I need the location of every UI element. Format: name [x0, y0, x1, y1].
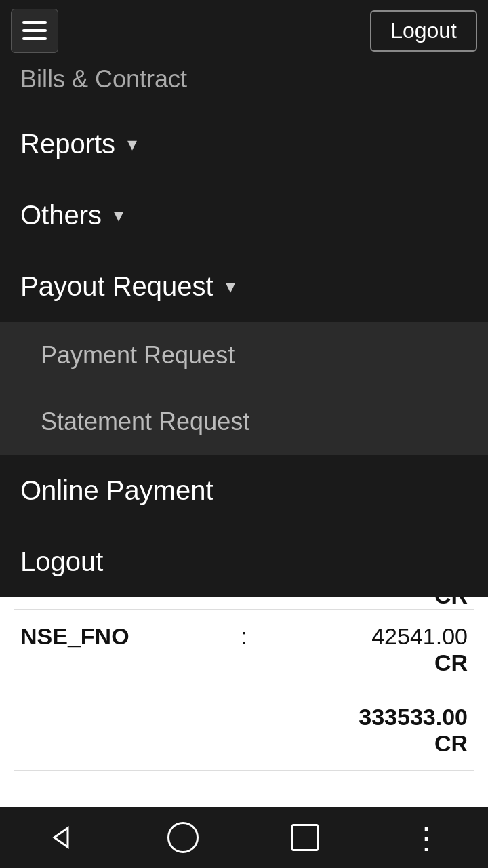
- sidebar-item-others[interactable]: Others ▾: [0, 180, 488, 251]
- sidebar-item-logout[interactable]: Logout: [0, 526, 488, 597]
- sidebar-item-bills-contract[interactable]: Bills & Contract: [0, 61, 488, 108]
- nse-fno-value: 42541.00 CR: [261, 623, 468, 676]
- total-value: 333533.00 CR: [359, 704, 468, 757]
- navigation-drawer: Bills & Contract Reports ▾ Others ▾ Payo…: [0, 61, 488, 597]
- nse-fno-label: NSE_FNO: [20, 623, 227, 650]
- nse-fno-row: NSE_FNO : 42541.00 CR: [0, 610, 488, 690]
- sidebar-item-payout-request[interactable]: Payout Request ▾: [0, 251, 488, 322]
- sidebar-item-reports[interactable]: Reports ▾: [0, 108, 488, 180]
- nse-fno-separator: :: [241, 623, 247, 650]
- divider-3: [14, 770, 474, 771]
- hamburger-button[interactable]: [11, 9, 58, 53]
- payout-submenu: Payment Request Statement Request: [0, 322, 488, 455]
- home-button[interactable]: [163, 817, 203, 858]
- bottom-navigation: ⋮: [0, 807, 488, 868]
- home-circle-icon: [167, 822, 199, 853]
- sidebar-item-statement-request[interactable]: Statement Request: [0, 389, 488, 455]
- header-logout-button[interactable]: Logout: [370, 10, 477, 52]
- others-chevron-icon: ▾: [114, 204, 123, 226]
- recents-square-icon: [291, 824, 319, 851]
- more-options-button[interactable]: ⋮: [407, 817, 447, 858]
- svg-marker-0: [54, 828, 68, 847]
- back-button[interactable]: [41, 817, 81, 858]
- app-header: Logout: [0, 0, 488, 61]
- payout-chevron-icon: ▾: [226, 275, 235, 298]
- sidebar-item-online-payment[interactable]: Online Payment: [0, 455, 488, 526]
- recents-button[interactable]: [285, 817, 325, 858]
- reports-chevron-icon: ▾: [127, 133, 137, 155]
- sidebar-item-payment-request[interactable]: Payment Request: [0, 322, 488, 389]
- total-row: 333533.00 CR: [0, 690, 488, 770]
